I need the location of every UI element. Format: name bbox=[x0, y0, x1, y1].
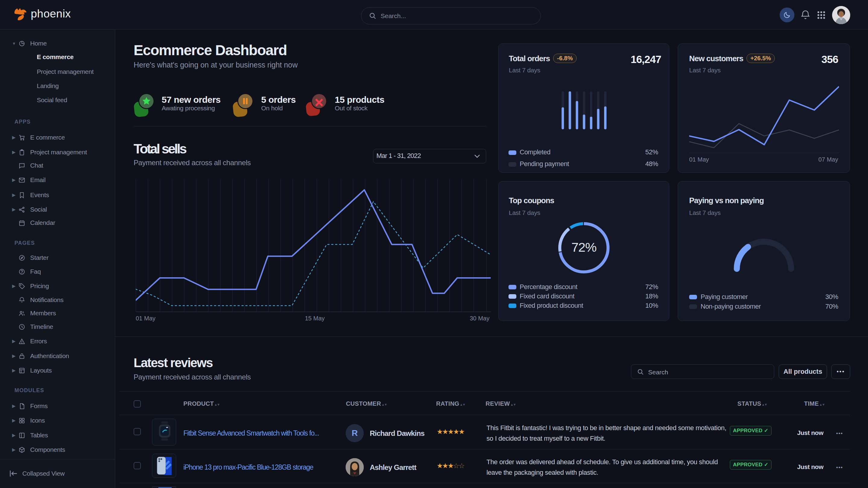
svg-text:72%: 72% bbox=[571, 240, 596, 254]
